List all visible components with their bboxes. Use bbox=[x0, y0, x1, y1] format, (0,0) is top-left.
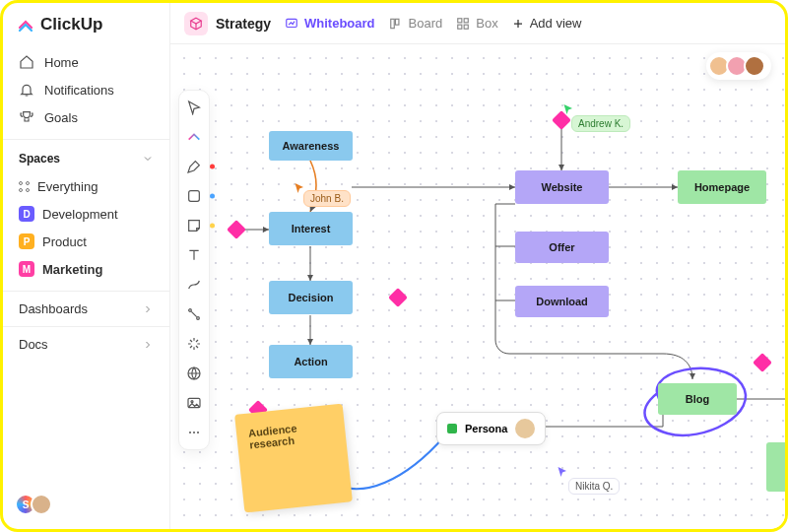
node-interest[interactable]: Interest bbox=[269, 212, 353, 245]
whiteboard-icon bbox=[285, 17, 298, 31]
whiteboard-canvas[interactable]: Awareness Interest Decision Action Websi… bbox=[170, 44, 785, 529]
tab-board[interactable]: Board bbox=[389, 16, 443, 31]
user-tag-john: John B. bbox=[303, 190, 351, 207]
tool-more[interactable] bbox=[183, 422, 205, 443]
box-icon bbox=[456, 17, 470, 31]
user-tag-nikita: Nikita Q. bbox=[568, 478, 620, 495]
bell-icon bbox=[19, 82, 34, 98]
node-blog[interactable]: Blog bbox=[658, 383, 737, 415]
tool-shape[interactable] bbox=[183, 185, 205, 207]
add-view-button[interactable]: Add view bbox=[512, 16, 582, 31]
collaborator-avatars[interactable] bbox=[706, 52, 771, 80]
tab-board-label: Board bbox=[409, 16, 443, 31]
avatar bbox=[515, 419, 535, 438]
node-awareness[interactable]: Awareness bbox=[269, 131, 353, 161]
remote-cursor-icon bbox=[562, 103, 574, 115]
svg-point-14 bbox=[193, 432, 195, 433]
space-product-label: Product bbox=[42, 234, 87, 249]
persona-card[interactable]: Persona bbox=[436, 412, 546, 445]
tool-sticky[interactable] bbox=[183, 215, 205, 236]
project-name: Strategy bbox=[216, 16, 271, 32]
persona-label: Persona bbox=[465, 423, 507, 434]
add-view-label: Add view bbox=[530, 16, 582, 31]
space-everything-label: Everything bbox=[37, 179, 98, 194]
trophy-icon bbox=[19, 109, 34, 125]
chevron-right-icon bbox=[142, 339, 154, 351]
sidebar-dashboards-label: Dashboards bbox=[19, 301, 88, 316]
tool-pen[interactable] bbox=[183, 156, 205, 177]
node-website[interactable]: Website bbox=[515, 170, 609, 204]
space-product[interactable]: P Product bbox=[3, 228, 169, 255]
view-bar: Strategy Whiteboard Board Box Add view bbox=[170, 3, 785, 44]
space-marketing[interactable]: M Marketing bbox=[3, 255, 169, 283]
tool-clickup[interactable] bbox=[183, 126, 205, 148]
svg-point-15 bbox=[197, 432, 199, 433]
svg-rect-4 bbox=[464, 18, 468, 22]
node-download[interactable]: Download bbox=[515, 286, 609, 317]
sidebar: ClickUp Home Notifications Goals Spaces … bbox=[3, 3, 170, 529]
svg-rect-6 bbox=[464, 25, 468, 29]
tool-image[interactable] bbox=[183, 392, 205, 414]
project-chip[interactable]: Strategy bbox=[184, 12, 271, 35]
space-badge: D bbox=[19, 206, 34, 222]
tab-whiteboard-label: Whiteboard bbox=[304, 16, 375, 31]
chevron-right-icon bbox=[142, 303, 154, 315]
nav-home[interactable]: Home bbox=[13, 48, 160, 76]
tool-magic[interactable] bbox=[183, 333, 205, 355]
home-icon bbox=[19, 54, 34, 70]
avatar[interactable] bbox=[744, 55, 765, 77]
spaces-header-label: Spaces bbox=[19, 152, 60, 166]
svg-point-9 bbox=[197, 317, 200, 320]
node-decision[interactable]: Decision bbox=[269, 281, 353, 314]
space-development[interactable]: D Development bbox=[3, 200, 169, 228]
cube-icon bbox=[184, 12, 208, 35]
nav-goals[interactable]: Goals bbox=[13, 103, 160, 131]
tab-box[interactable]: Box bbox=[456, 16, 497, 31]
sidebar-avatars: S bbox=[3, 488, 169, 521]
svg-rect-5 bbox=[458, 25, 462, 29]
svg-rect-2 bbox=[395, 19, 399, 25]
svg-point-13 bbox=[189, 432, 191, 433]
node-action[interactable]: Action bbox=[269, 345, 353, 378]
tool-text[interactable] bbox=[183, 244, 205, 266]
nav-home-label: Home bbox=[44, 55, 79, 70]
remote-cursor-icon bbox=[294, 182, 305, 194]
sticky-note[interactable]: Audience research bbox=[234, 404, 353, 513]
app-name: ClickUp bbox=[40, 15, 102, 34]
svg-rect-1 bbox=[390, 19, 394, 28]
node-homepage[interactable]: Homepage bbox=[678, 170, 766, 204]
sticky-note-text: Audience research bbox=[247, 423, 296, 451]
board-icon bbox=[389, 17, 403, 31]
spaces-header[interactable]: Spaces bbox=[3, 139, 169, 173]
svg-rect-7 bbox=[189, 191, 200, 202]
tool-relation[interactable] bbox=[183, 303, 205, 325]
tab-whiteboard[interactable]: Whiteboard bbox=[285, 16, 375, 31]
space-marketing-label: Marketing bbox=[42, 262, 102, 277]
clickup-logo-icon bbox=[17, 16, 34, 33]
avatar[interactable] bbox=[31, 494, 52, 515]
nav-notifications-label: Notifications bbox=[44, 83, 114, 98]
sidebar-dashboards[interactable]: Dashboards bbox=[3, 291, 169, 326]
tool-web[interactable] bbox=[183, 363, 205, 384]
nav-notifications[interactable]: Notifications bbox=[13, 76, 160, 103]
main: Strategy Whiteboard Board Box Add view bbox=[170, 3, 785, 529]
remote-cursor-icon bbox=[557, 466, 568, 478]
chevron-down-icon bbox=[142, 153, 154, 165]
space-development-label: Development bbox=[42, 207, 118, 222]
space-everything[interactable]: Everything bbox=[3, 173, 169, 200]
svg-point-12 bbox=[191, 401, 193, 403]
nav-goals-label: Goals bbox=[44, 110, 78, 125]
svg-rect-3 bbox=[458, 18, 462, 22]
tool-select[interactable] bbox=[183, 97, 205, 118]
app-logo: ClickUp bbox=[3, 15, 169, 48]
tool-connector[interactable] bbox=[183, 274, 205, 296]
node-partial[interactable] bbox=[766, 442, 785, 492]
sidebar-docs-label: Docs bbox=[19, 337, 48, 352]
whiteboard-toolbox bbox=[178, 90, 210, 450]
tab-box-label: Box bbox=[476, 16, 497, 31]
svg-point-8 bbox=[189, 309, 192, 312]
sidebar-docs[interactable]: Docs bbox=[3, 326, 169, 362]
user-tag-andrew: Andrew K. bbox=[571, 115, 630, 132]
node-offer[interactable]: Offer bbox=[515, 232, 609, 263]
space-badge: P bbox=[19, 233, 34, 249]
